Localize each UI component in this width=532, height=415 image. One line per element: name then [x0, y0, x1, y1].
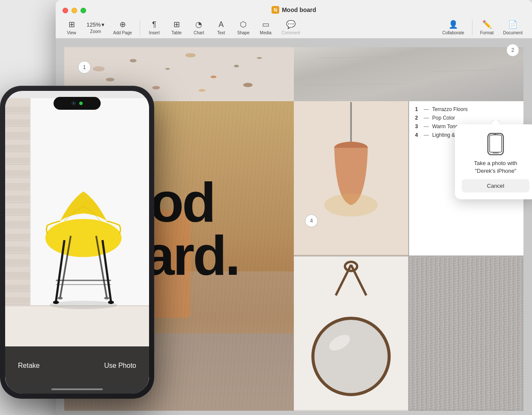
toolbar: ⊞ View 125% ▾ Zoom ⊕ Add Page ¶ Insert	[56, 16, 532, 39]
retake-button[interactable]: Retake	[18, 362, 40, 370]
add-page-icon: ⊕	[120, 20, 126, 29]
svg-rect-52	[5, 170, 30, 176]
iphone-icon	[486, 133, 505, 155]
continuity-popup: Take a photo with "Derek's iPhone" Cance…	[455, 124, 532, 199]
svg-rect-47	[5, 139, 30, 139]
home-indicator	[51, 388, 103, 390]
svg-rect-35	[490, 135, 502, 152]
svg-point-87	[58, 297, 63, 299]
svg-rect-30	[409, 257, 523, 410]
minimize-button[interactable]	[72, 8, 77, 13]
svg-point-25	[324, 194, 378, 217]
text-button[interactable]: A Text	[210, 18, 232, 37]
format-icon: ✏️	[482, 20, 492, 29]
mirror-image	[294, 256, 408, 411]
fullscreen-button[interactable]	[81, 8, 86, 13]
phone-camera-bar: Retake Use Photo	[5, 346, 149, 394]
svg-rect-72	[5, 297, 30, 303]
svg-point-8	[165, 68, 170, 69]
svg-rect-42	[5, 107, 30, 113]
legend-dash-4: —	[424, 132, 429, 138]
svg-rect-56	[5, 195, 30, 201]
legend-text-2: Pop Color	[432, 115, 455, 121]
window-title-text: Mood board	[282, 6, 316, 13]
divider-2	[472, 20, 472, 35]
svg-rect-69	[5, 279, 30, 279]
svg-rect-55	[5, 189, 30, 190]
svg-rect-73	[5, 304, 30, 304]
view-button[interactable]: ⊞ View	[61, 18, 82, 37]
svg-rect-39	[493, 153, 499, 153]
svg-point-10	[199, 89, 206, 92]
svg-rect-49	[5, 152, 30, 152]
svg-rect-33	[409, 257, 523, 410]
legend-num-1: 1	[415, 106, 420, 112]
table-icon: ⊞	[173, 20, 180, 29]
window-title: N Mood board	[272, 6, 316, 14]
svg-rect-46	[5, 132, 30, 138]
svg-rect-53	[5, 177, 30, 177]
svg-rect-62	[5, 234, 30, 240]
table-button[interactable]: ⊞ Table	[166, 18, 187, 37]
divider-1	[140, 20, 140, 35]
format-button[interactable]: ✏️ Format	[476, 18, 498, 37]
document-button[interactable]: 📄 Document	[499, 18, 527, 37]
insert-icon: ¶	[152, 20, 156, 29]
svg-point-9	[93, 66, 105, 71]
legend-num-4: 4	[415, 132, 420, 138]
svg-rect-13	[294, 47, 523, 101]
view-icon: ⊞	[69, 20, 75, 29]
text-icon: A	[218, 20, 224, 29]
legend-num-2: 2	[415, 115, 420, 121]
page-badge-4: 4	[305, 214, 318, 227]
iphone-screen: Retake Use Photo	[5, 91, 149, 394]
comment-button[interactable]: 💬 Comment	[277, 18, 304, 37]
use-photo-button[interactable]: Use Photo	[104, 362, 136, 370]
legend-num-3: 3	[415, 123, 420, 129]
page-badge-1: 1	[78, 61, 91, 74]
comment-icon: 💬	[286, 20, 296, 29]
shape-button[interactable]: ⬡ Shape	[233, 18, 254, 37]
collaborate-button[interactable]: 👤 Collaborate	[438, 18, 469, 37]
legend-text-1: Terrazzo Floors	[432, 106, 468, 112]
stone-image	[294, 47, 523, 101]
svg-rect-68	[5, 272, 30, 278]
collaborate-icon: 👤	[448, 20, 458, 29]
svg-rect-59	[5, 215, 30, 216]
svg-point-1	[130, 59, 137, 63]
svg-rect-43	[5, 114, 30, 114]
svg-rect-54	[5, 183, 30, 189]
traffic-lights	[56, 0, 93, 13]
svg-point-7	[243, 83, 253, 87]
legend-item-1: 1 — Terrazzo Floors	[415, 106, 517, 112]
page-badge-2: 2	[506, 44, 519, 57]
media-button[interactable]: ▭ Media	[255, 18, 276, 37]
insert-button[interactable]: ¶ Insert	[143, 18, 165, 37]
chart-icon: ◔	[195, 20, 202, 29]
close-button[interactable]	[63, 8, 68, 13]
svg-rect-61	[5, 228, 30, 228]
svg-rect-60	[5, 221, 30, 227]
zoom-control[interactable]: 125% ▾ Zoom	[83, 20, 108, 36]
popup-cancel-button[interactable]: Cancel	[462, 179, 529, 192]
titlebar: N Mood board ⊞ View 125% ▾ Zoom ⊕ Add Pa…	[56, 0, 532, 39]
legend-item-2: 2 — Pop Color	[415, 115, 517, 121]
svg-rect-67	[5, 266, 30, 266]
svg-rect-44	[5, 119, 30, 125]
svg-rect-63	[5, 241, 30, 241]
iphone-camera-pill	[54, 97, 101, 110]
svg-point-11	[257, 57, 262, 59]
chart-button[interactable]: ◔ Chart	[188, 18, 209, 37]
legend-dash-1: —	[424, 106, 429, 112]
svg-rect-71	[5, 292, 30, 292]
svg-rect-48	[5, 145, 30, 151]
svg-rect-58	[5, 208, 30, 214]
add-page-button[interactable]: ⊕ Add Page	[109, 18, 136, 37]
zoom-value: 125% ▾	[87, 21, 105, 28]
svg-rect-45	[5, 126, 30, 126]
svg-point-28	[313, 318, 389, 394]
iphone-device: Retake Use Photo	[0, 86, 154, 399]
front-camera-icon	[72, 101, 76, 105]
popup-description: Take a photo with "Derek's iPhone"	[474, 159, 517, 175]
svg-point-5	[210, 75, 216, 78]
